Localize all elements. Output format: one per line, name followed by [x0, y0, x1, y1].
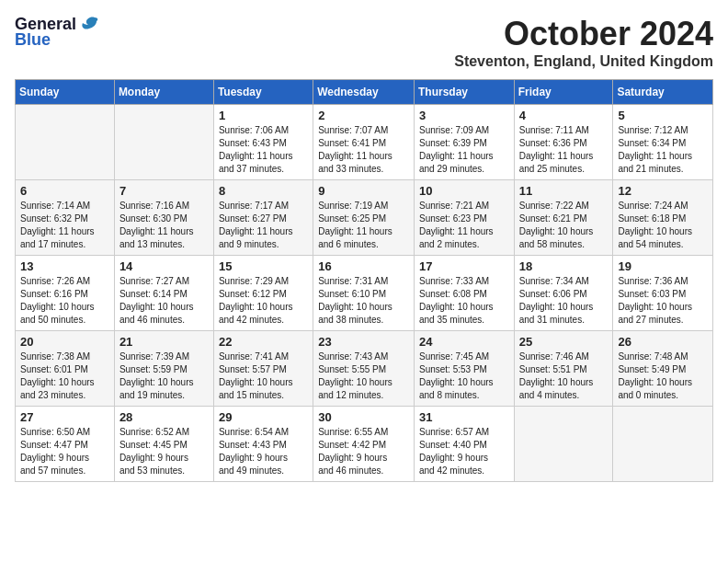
day-number: 25: [519, 335, 609, 349]
day-cell: 21Sunrise: 7:39 AM Sunset: 5:59 PM Dayli…: [114, 331, 213, 407]
day-detail: Sunrise: 7:38 AM Sunset: 6:01 PM Dayligh…: [20, 351, 95, 400]
calendar-header-row: SundayMondayTuesdayWednesdayThursdayFrid…: [16, 80, 713, 105]
day-detail: Sunrise: 7:39 AM Sunset: 5:59 PM Dayligh…: [119, 351, 194, 400]
day-number: 4: [519, 109, 609, 122]
calendar-table: SundayMondayTuesdayWednesdayThursdayFrid…: [15, 79, 713, 482]
day-cell: 27Sunrise: 6:50 AM Sunset: 4:47 PM Dayli…: [16, 407, 115, 482]
day-detail: Sunrise: 6:52 AM Sunset: 4:45 PM Dayligh…: [119, 427, 189, 476]
day-cell: 18Sunrise: 7:34 AM Sunset: 6:06 PM Dayli…: [514, 256, 613, 331]
day-number: 21: [119, 335, 209, 349]
day-cell: 9Sunrise: 7:19 AM Sunset: 6:25 PM Daylig…: [313, 180, 415, 256]
day-detail: Sunrise: 7:41 AM Sunset: 5:57 PM Dayligh…: [219, 351, 293, 400]
day-number: 16: [318, 259, 409, 273]
day-number: 2: [318, 109, 409, 122]
day-detail: Sunrise: 7:45 AM Sunset: 5:53 PM Dayligh…: [419, 351, 494, 400]
day-detail: Sunrise: 7:46 AM Sunset: 5:51 PM Dayligh…: [519, 351, 594, 400]
day-detail: Sunrise: 6:54 AM Sunset: 4:43 PM Dayligh…: [219, 427, 289, 476]
day-detail: Sunrise: 7:11 AM Sunset: 6:36 PM Dayligh…: [519, 125, 594, 174]
day-detail: Sunrise: 7:19 AM Sunset: 6:25 PM Dayligh…: [318, 201, 392, 249]
day-detail: Sunrise: 7:26 AM Sunset: 6:16 PM Dayligh…: [20, 276, 95, 325]
day-detail: Sunrise: 6:55 AM Sunset: 4:42 PM Dayligh…: [318, 427, 388, 476]
day-number: 11: [519, 184, 609, 198]
day-cell: 19Sunrise: 7:36 AM Sunset: 6:03 PM Dayli…: [613, 256, 713, 331]
day-number: 29: [219, 410, 308, 424]
day-cell: 4Sunrise: 7:11 AM Sunset: 6:36 PM Daylig…: [514, 105, 613, 180]
day-cell: 28Sunrise: 6:52 AM Sunset: 4:45 PM Dayli…: [114, 407, 213, 482]
day-detail: Sunrise: 6:57 AM Sunset: 4:40 PM Dayligh…: [419, 427, 489, 476]
day-cell: 25Sunrise: 7:46 AM Sunset: 5:51 PM Dayli…: [514, 331, 613, 407]
day-number: 28: [119, 410, 209, 424]
logo-bird-icon: [78, 16, 98, 32]
header-saturday: Saturday: [613, 80, 713, 105]
header-wednesday: Wednesday: [313, 80, 415, 105]
day-number: 10: [419, 184, 509, 198]
day-detail: Sunrise: 7:43 AM Sunset: 5:55 PM Dayligh…: [318, 351, 392, 400]
day-cell: [613, 407, 713, 482]
day-number: 6: [20, 184, 109, 198]
day-detail: Sunrise: 7:24 AM Sunset: 6:18 PM Dayligh…: [618, 201, 692, 249]
day-cell: 26Sunrise: 7:48 AM Sunset: 5:49 PM Dayli…: [613, 331, 713, 407]
day-number: 12: [618, 184, 708, 198]
day-cell: 10Sunrise: 7:21 AM Sunset: 6:23 PM Dayli…: [414, 180, 514, 256]
day-cell: 6Sunrise: 7:14 AM Sunset: 6:32 PM Daylig…: [16, 180, 115, 256]
day-number: 19: [618, 259, 708, 273]
day-cell: 8Sunrise: 7:17 AM Sunset: 6:27 PM Daylig…: [213, 180, 313, 256]
day-cell: 24Sunrise: 7:45 AM Sunset: 5:53 PM Dayli…: [414, 331, 514, 407]
week-row-5: 27Sunrise: 6:50 AM Sunset: 4:47 PM Dayli…: [16, 407, 713, 482]
day-number: 24: [419, 335, 509, 349]
title-block: October 2024 Steventon, England, United …: [454, 15, 713, 70]
week-row-3: 13Sunrise: 7:26 AM Sunset: 6:16 PM Dayli…: [16, 256, 713, 331]
day-detail: Sunrise: 7:12 AM Sunset: 6:34 PM Dayligh…: [618, 125, 692, 174]
week-row-4: 20Sunrise: 7:38 AM Sunset: 6:01 PM Dayli…: [16, 331, 713, 407]
day-number: 8: [219, 184, 308, 198]
header-tuesday: Tuesday: [213, 80, 313, 105]
day-cell: 22Sunrise: 7:41 AM Sunset: 5:57 PM Dayli…: [213, 331, 313, 407]
day-number: 22: [219, 335, 308, 349]
month-title: October 2024: [454, 15, 713, 53]
day-number: 18: [519, 259, 609, 273]
day-cell: 17Sunrise: 7:33 AM Sunset: 6:08 PM Dayli…: [414, 256, 514, 331]
day-detail: Sunrise: 7:33 AM Sunset: 6:08 PM Dayligh…: [419, 276, 494, 325]
day-detail: Sunrise: 7:16 AM Sunset: 6:30 PM Dayligh…: [119, 201, 194, 249]
day-number: 31: [419, 410, 509, 424]
day-number: 26: [618, 335, 708, 349]
day-cell: [514, 407, 613, 482]
day-cell: 2Sunrise: 7:07 AM Sunset: 6:41 PM Daylig…: [313, 105, 415, 180]
header-sunday: Sunday: [16, 80, 115, 105]
day-cell: 14Sunrise: 7:27 AM Sunset: 6:14 PM Dayli…: [114, 256, 213, 331]
day-detail: Sunrise: 7:36 AM Sunset: 6:03 PM Dayligh…: [618, 276, 692, 325]
day-number: 15: [219, 259, 308, 273]
day-detail: Sunrise: 7:06 AM Sunset: 6:43 PM Dayligh…: [219, 125, 293, 174]
day-cell: 5Sunrise: 7:12 AM Sunset: 6:34 PM Daylig…: [613, 105, 713, 180]
day-number: 30: [318, 410, 409, 424]
day-number: 27: [20, 410, 109, 424]
day-detail: Sunrise: 7:48 AM Sunset: 5:49 PM Dayligh…: [618, 351, 692, 400]
day-number: 23: [318, 335, 409, 349]
logo-blue: Blue: [15, 30, 51, 50]
day-cell: 31Sunrise: 6:57 AM Sunset: 4:40 PM Dayli…: [414, 407, 514, 482]
day-detail: Sunrise: 7:17 AM Sunset: 6:27 PM Dayligh…: [219, 201, 293, 249]
day-cell: 30Sunrise: 6:55 AM Sunset: 4:42 PM Dayli…: [313, 407, 415, 482]
day-detail: Sunrise: 7:21 AM Sunset: 6:23 PM Dayligh…: [419, 201, 494, 249]
day-number: 20: [20, 335, 109, 349]
day-cell: 15Sunrise: 7:29 AM Sunset: 6:12 PM Dayli…: [213, 256, 313, 331]
day-detail: Sunrise: 7:27 AM Sunset: 6:14 PM Dayligh…: [119, 276, 194, 325]
location: Steventon, England, United Kingdom: [454, 53, 713, 70]
day-detail: Sunrise: 7:22 AM Sunset: 6:21 PM Dayligh…: [519, 201, 594, 249]
day-cell: 1Sunrise: 7:06 AM Sunset: 6:43 PM Daylig…: [213, 105, 313, 180]
day-cell: 23Sunrise: 7:43 AM Sunset: 5:55 PM Dayli…: [313, 331, 415, 407]
day-cell: 3Sunrise: 7:09 AM Sunset: 6:39 PM Daylig…: [414, 105, 514, 180]
day-cell: 29Sunrise: 6:54 AM Sunset: 4:43 PM Dayli…: [213, 407, 313, 482]
logo: General Blue: [15, 15, 98, 50]
day-cell: 16Sunrise: 7:31 AM Sunset: 6:10 PM Dayli…: [313, 256, 415, 331]
week-row-2: 6Sunrise: 7:14 AM Sunset: 6:32 PM Daylig…: [16, 180, 713, 256]
day-number: 1: [219, 109, 308, 122]
day-number: 3: [419, 109, 509, 122]
day-cell: 12Sunrise: 7:24 AM Sunset: 6:18 PM Dayli…: [613, 180, 713, 256]
day-cell: 7Sunrise: 7:16 AM Sunset: 6:30 PM Daylig…: [114, 180, 213, 256]
page-header: General Blue October 2024 Steventon, Eng…: [15, 15, 713, 70]
header-thursday: Thursday: [414, 80, 514, 105]
day-detail: Sunrise: 7:09 AM Sunset: 6:39 PM Dayligh…: [419, 125, 494, 174]
week-row-1: 1Sunrise: 7:06 AM Sunset: 6:43 PM Daylig…: [16, 105, 713, 180]
day-detail: Sunrise: 7:34 AM Sunset: 6:06 PM Dayligh…: [519, 276, 594, 325]
